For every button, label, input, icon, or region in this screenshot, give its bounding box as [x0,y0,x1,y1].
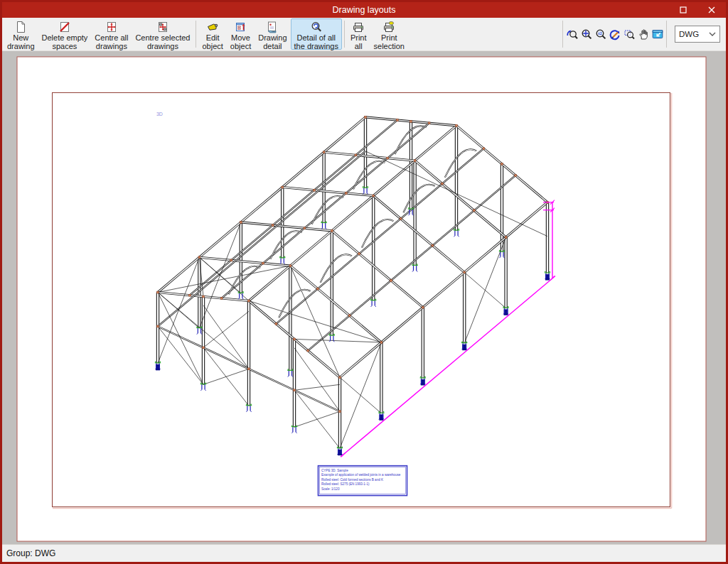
main-toolbar: New drawingDelete empty spacesCentre all… [2,18,726,51]
pan-icon [637,28,650,40]
zoom-extents-icon [580,28,593,40]
svg-text:CYPE 3D. Sample: CYPE 3D. Sample [321,469,348,472]
toolbar-spacer [408,18,560,50]
toolbar-button-label: New drawing [7,34,35,50]
format-select-value: DWG [679,30,699,38]
toolbar-button-centre-selected-drawings[interactable]: Centre selected drawings [132,18,193,50]
window-controls [669,2,726,18]
drawing-detail-icon [266,21,279,33]
close-button[interactable] [697,2,726,18]
redraw-icon [609,28,621,40]
move-object-icon [235,21,247,33]
print-all-icon [352,21,365,33]
toolbar-button-label: Edit object [202,34,223,50]
toolbar-button-print-all[interactable]: Print all [347,18,370,50]
toolbar-button-print-selection[interactable]: Print selection [370,18,408,50]
zoom-x2-icon: x2 [594,28,607,40]
toolbar-separator [562,21,563,48]
svg-text:Scale: 1/120: Scale: 1/120 [321,487,340,491]
toolbar-button-centre-all-drawings[interactable]: Centre all drawings [91,18,132,50]
status-group-label: Group: DWG [6,548,55,558]
zoom-window-button[interactable] [622,28,636,41]
edit-object-icon [206,21,219,33]
centre-selected-drawings-icon [156,21,169,33]
toolbar-button-label: Print selection [374,34,405,50]
close-icon [707,5,717,15]
zoom-extents-button[interactable] [579,28,593,41]
drawing-canvas-area[interactable]: 3DCYPE 3D. SampleExample of application … [2,51,726,544]
zoom-previous-button[interactable] [565,28,579,41]
toolbar-button-label: Move object [230,34,251,50]
toolbar-separator [196,21,196,48]
toolbar-button-delete-empty-spaces[interactable]: Delete empty spaces [38,18,92,50]
status-bar: Group: DWG [2,544,726,562]
delete-empty-spaces-icon [58,21,71,33]
maximize-button[interactable] [669,2,697,18]
toolbar-button-edit-object[interactable]: Edit object [198,18,226,50]
detail-all-drawings-icon [310,21,323,33]
toolbar-button-detail-all-drawings[interactable]: Detail of all the drawings [291,18,342,50]
toolbar-separator [666,21,667,48]
new-drawing-icon [14,21,27,33]
toolbar-button-label: Drawing detail [258,34,287,50]
zoom-window-icon [623,28,636,40]
redraw-button[interactable] [608,28,621,41]
toolbar-button-groups: New drawingDelete empty spacesCentre all… [4,18,408,50]
drawing-layout-sheet[interactable]: 3DCYPE 3D. SampleExample of application … [2,51,726,544]
toolbar-button-label: Print all [350,34,367,50]
zoom-x2-button[interactable]: x2 [594,28,607,41]
toolbar-button-label: Detail of all the drawings [294,34,338,50]
zoom-toolstrip: x2 [565,18,664,50]
toolbar-button-label: Delete empty spaces [42,34,88,50]
window-title: Drawing layouts [333,5,396,15]
svg-text:3D: 3D [156,112,163,116]
svg-text:Rolled steel: S275 (EN 1993-1-: Rolled steel: S275 (EN 1993-1-1) [321,482,370,486]
svg-text:x2: x2 [598,31,602,36]
title-bar: Drawing layouts [2,2,726,18]
chevron-down-icon [709,31,716,37]
toolbar-button-label: Centre all drawings [95,34,128,50]
centre-all-drawings-icon [105,21,118,33]
toolbar-button-move-object[interactable]: Move object [227,18,255,50]
toolbar-button-new-drawing[interactable]: New drawing [4,18,38,50]
previous-window-icon [651,28,664,40]
toolbar-button-label: Centre selected drawings [135,34,190,50]
maximize-icon [678,5,688,15]
print-selection-icon [382,21,395,33]
format-select[interactable]: DWG [675,26,720,43]
svg-text:Rolled steel: Cold formed sect: Rolled steel: Cold formed sections B and… [321,478,383,482]
drawing-layouts-window: Drawing layouts New drawingDelete empty … [0,0,728,564]
svg-text:Example of application of weld: Example of application of welded joints … [321,473,401,477]
toolbar-separator [344,21,345,48]
zoom-previous-icon [566,28,579,40]
pan-button[interactable] [636,28,650,41]
toolbar-button-drawing-detail[interactable]: Drawing detail [255,18,290,50]
previous-window-button[interactable] [651,28,664,41]
